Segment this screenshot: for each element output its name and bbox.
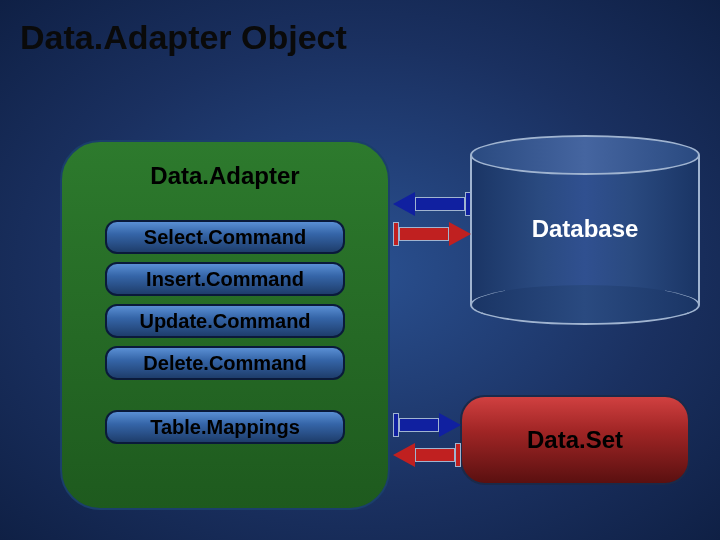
- arrow-db-to-adapter-tail: [465, 192, 471, 216]
- arrow-dataset-to-adapter-tail: [455, 443, 461, 467]
- arrow-adapter-to-db-icon: [449, 222, 471, 246]
- select-command-box: Select.Command: [105, 220, 345, 254]
- slide-title: Data.Adapter Object: [20, 18, 347, 57]
- arrow-adapter-to-dataset-shaft: [399, 418, 439, 432]
- database-label: Database: [470, 215, 700, 243]
- database-cylinder: Database: [470, 135, 700, 305]
- arrow-db-to-adapter-shaft: [415, 197, 465, 211]
- update-command-box: Update.Command: [105, 304, 345, 338]
- insert-command-box: Insert.Command: [105, 262, 345, 296]
- arrow-db-to-adapter-icon: [393, 192, 415, 216]
- arrow-adapter-to-dataset-icon: [439, 413, 461, 437]
- dataset-box: Data.Set: [460, 395, 690, 485]
- table-mappings-box: Table.Mappings: [105, 410, 345, 444]
- dataadapter-container: Data.Adapter Select.Command Insert.Comma…: [60, 140, 390, 510]
- arrow-adapter-to-db-shaft: [399, 227, 449, 241]
- delete-command-box: Delete.Command: [105, 346, 345, 380]
- arrow-dataset-to-adapter-shaft: [415, 448, 455, 462]
- dataadapter-label: Data.Adapter: [62, 162, 388, 190]
- arrow-dataset-to-adapter-icon: [393, 443, 415, 467]
